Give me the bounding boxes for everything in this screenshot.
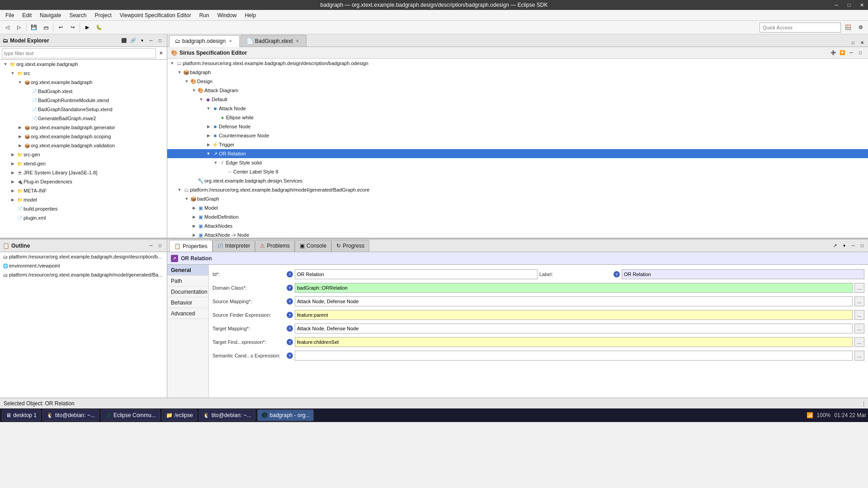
tree-item[interactable]: 📄BadGraph.xtext [0,87,167,96]
tree-item[interactable]: ▶📁src-gen [0,150,167,159]
tree-item[interactable]: ▶☕JRE System Library [JavaSE-1.8] [0,168,167,177]
perspectives-btn[interactable]: 🪟 [843,22,854,33]
tree-item[interactable]: ▶🔌Plug-in Dependencies [0,177,167,186]
sirius-tree-item[interactable]: ●Ellipse white [167,113,868,122]
expand-icon[interactable]: ▼ [9,70,16,77]
sirius-tree-item[interactable]: ▼🗂platform:/resource/org.xtext.example.b… [167,185,868,194]
tree-item[interactable]: 📄GenerateBadGraph.mwe2 [0,114,167,123]
sirius-tree-item[interactable]: ▼🎨Attack Diagram [167,86,868,95]
expand-icon[interactable]: ▶ [16,133,24,140]
tab-interpreter[interactable]: ⟨/⟩ Interpreter [212,240,255,252]
sirius-expand-icon[interactable]: ▶ [205,124,212,129]
editor-add-btn[interactable]: ➕ [829,49,837,57]
tree-item[interactable]: ▼📦org.xtext.example.badgraph [0,78,167,87]
minimize-button[interactable]: ─ [830,0,843,10]
editor-maximize-btn[interactable]: □ [856,49,864,57]
minimize-panel-btn[interactable]: ─ [147,37,155,45]
expand-icon[interactable]: ▶ [9,160,16,167]
menu-window[interactable]: Window [214,11,241,19]
sirius-tree-item[interactable]: ▶■Countermeasure Node [167,131,868,140]
outline-tree[interactable]: 🗂platform:/resource/org.xtext.example.ba… [0,252,167,398]
menu-project[interactable]: Project [91,11,115,19]
semantic-cand-browse-btn[interactable]: … [854,351,864,361]
maximize-button[interactable]: □ [843,0,855,10]
editor-restore-btn[interactable]: □ [849,38,857,47]
sirius-expand-icon[interactable]: ▼ [184,79,190,84]
toolbar-forward[interactable]: ▷ [14,22,24,33]
tab-console[interactable]: ▣ Console [295,240,331,252]
sirius-tree-item[interactable]: ▶⚡Trigger [167,140,868,149]
source-mapping-input[interactable] [295,296,853,306]
tree-item[interactable]: 📄plugin.xml [0,213,167,222]
expand-icon[interactable] [9,205,16,212]
sirius-tree-item[interactable]: ▼↗OR Relation [167,149,868,158]
domain-class-input[interactable] [295,283,853,293]
outline-minimize-btn[interactable]: ─ [147,242,155,250]
menu-edit[interactable]: Edit [19,11,35,19]
expand-icon[interactable] [9,214,16,221]
sirius-tree-item[interactable]: ▼■Attack Node [167,104,868,113]
outline-maximize-btn[interactable]: □ [156,242,164,250]
clear-filter-btn[interactable]: ✕ [157,49,165,57]
target-mapping-browse-btn[interactable]: … [854,324,864,333]
expand-icon[interactable]: ▶ [9,187,16,194]
tree-item[interactable]: ▼📁src [0,69,167,78]
sirius-tree-item[interactable]: ▶▣Model [167,203,868,212]
toolbar-debug[interactable]: 🐛 [94,22,104,33]
target-find-input[interactable] [295,337,853,347]
source-finder-browse-btn[interactable]: … [854,310,864,320]
sirius-tree[interactable]: ▼🗂platform:/resource/org.xtext.example.b… [167,59,868,238]
sirius-tree-item[interactable]: ▶■Defense Node [167,122,868,131]
sirius-expand-icon[interactable]: ▼ [191,88,197,93]
toolbar-save[interactable]: 💾 [28,22,39,33]
menu-help[interactable]: Help [241,11,259,19]
outline-item[interactable]: 🗂platform:/resource/org.xtext.example.ba… [0,270,167,279]
expand-icon[interactable] [24,97,31,104]
expand-icon[interactable]: ▶ [9,169,16,176]
nav-general[interactable]: General [167,265,208,276]
sirius-tree-item[interactable]: ▼◆Default [167,95,868,104]
editor-close-btn[interactable]: ✕ [858,38,866,47]
sirius-expand-icon[interactable]: ▶ [205,133,212,138]
menu-file[interactable]: File [2,11,18,19]
sirius-expand-icon[interactable]: ▼ [184,197,190,201]
expand-icon[interactable]: ▶ [16,142,24,149]
view-menu-btn[interactable]: ▾ [138,37,146,45]
tree-item[interactable]: ▶📁xtend-gen [0,159,167,168]
expand-icon[interactable]: ▶ [9,151,16,158]
sirius-tree-item[interactable]: ▼📦badgraph [167,68,868,77]
menu-search[interactable]: Search [66,11,90,19]
props-minimize-btn[interactable]: ─ [849,242,857,250]
link-editor-btn[interactable]: 🔗 [129,37,137,45]
semantic-cand-input[interactable] [295,351,853,361]
sirius-expand-icon[interactable]: ▼ [176,70,183,75]
sirius-expand-icon[interactable]: ▼ [205,151,212,156]
source-finder-input[interactable] [295,310,853,320]
taskbar-eclipse-community[interactable]: 🌑 Eclipse Commu... [101,409,160,421]
sirius-expand-icon[interactable]: ▶ [191,233,197,237]
outline-item[interactable]: 🗂platform:/resource/org.xtext.example.ba… [0,252,167,261]
props-external-btn[interactable]: ↗ [831,242,839,250]
sirius-tree-item[interactable]: ▶▣ModelDefinition [167,212,868,221]
menu-navigate[interactable]: Navigate [36,11,65,19]
expand-icon[interactable] [24,88,31,95]
expand-icon[interactable]: ▶ [16,124,24,131]
sirius-tree-item[interactable]: ▼🎨Design [167,77,868,86]
domain-class-browse-btn[interactable]: … [854,283,864,293]
taskbar-terminal-1[interactable]: 🐧 tito@debian: ~... [42,409,99,421]
expand-icon[interactable]: ▼ [2,61,9,68]
sirius-tree-item[interactable]: ▼📦badGraph [167,194,868,203]
editor-filter-btn[interactable]: 🔽 [838,49,846,57]
taskbar-files[interactable]: 📁 /eclipse [162,409,197,421]
tab-problems[interactable]: ⚠ Problems [255,240,295,252]
toolbar-save-all[interactable]: 🗃 [40,22,51,33]
outline-item[interactable]: 🌐environment:/viewpoint [0,261,167,270]
expand-icon[interactable]: ▶ [9,178,16,185]
expand-icon[interactable]: ▶ [9,196,16,203]
toolbar-back[interactable]: ◁ [2,22,13,33]
tab-properties[interactable]: 📋 Properties [169,240,212,252]
nav-path[interactable]: Path [167,276,208,286]
tree-item[interactable]: 📄build.properties [0,204,167,213]
sirius-tree-item[interactable]: ▼🗂platform:/resource/org.xtext.example.b… [167,59,868,68]
tree-item[interactable]: 📄BadGraphRuntimeModule.xtend [0,96,167,105]
